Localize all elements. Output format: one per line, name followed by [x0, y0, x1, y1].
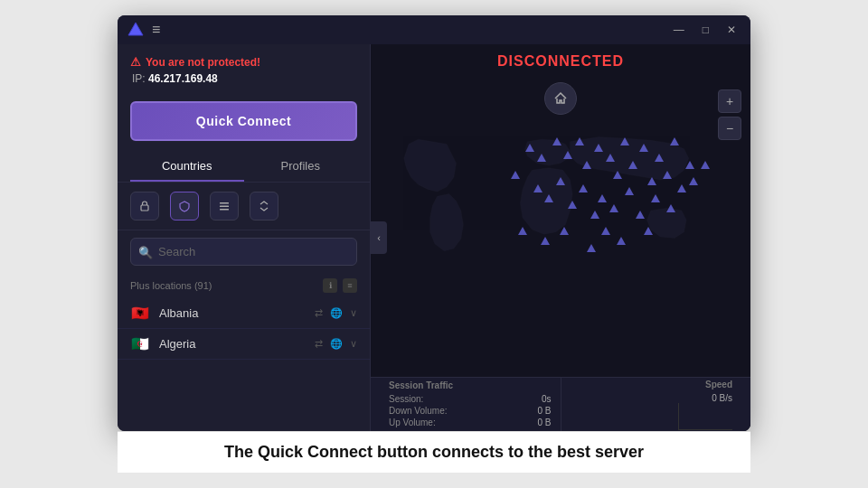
server-dot-17[interactable]	[677, 184, 686, 192]
app-logo-icon	[127, 21, 145, 39]
server-dot-2[interactable]	[537, 154, 546, 162]
home-location-button[interactable]	[544, 82, 577, 115]
main-content: ⚠ You are not protected! IP: 46.217.169.…	[118, 44, 750, 431]
map-header: DISCONNECTED	[371, 44, 750, 79]
server-dot-20[interactable]	[544, 194, 553, 202]
server-dot-11[interactable]	[628, 161, 637, 169]
server-dot-5[interactable]	[575, 137, 584, 145]
ip-label: IP:	[132, 72, 148, 85]
server-dot-21[interactable]	[556, 177, 565, 185]
zoom-in-button[interactable]: +	[718, 89, 741, 113]
country-list: 🇦🇱 Albania ⇄ 🌐 ∨ 🇩🇿 Algeria ⇄	[118, 298, 370, 431]
server-dot-32[interactable]	[701, 161, 710, 169]
server-dot-7[interactable]	[594, 144, 603, 152]
server-dot-6[interactable]	[582, 161, 591, 169]
server-dot-3[interactable]	[552, 137, 561, 145]
quick-connect-button[interactable]: Quick Connect	[130, 101, 357, 141]
locations-header: Plus locations (91) ℹ ≡	[118, 273, 370, 298]
server-dot-36[interactable]	[587, 244, 596, 252]
server-dot-8[interactable]	[606, 154, 615, 162]
server-dot-30[interactable]	[666, 204, 675, 212]
zoom-out-button[interactable]: −	[718, 117, 741, 140]
session-label: Session:	[389, 394, 423, 404]
algeria-connect-icon[interactable]: ⇄	[315, 338, 323, 350]
server-dot-35[interactable]	[560, 227, 569, 235]
map-controls: + −	[718, 89, 741, 140]
svg-rect-1	[141, 205, 148, 211]
session-value: 0s	[542, 394, 552, 404]
server-dot-34[interactable]	[541, 237, 550, 245]
left-panel: ⚠ You are not protected! IP: 46.217.169.…	[118, 44, 371, 431]
server-dot-29[interactable]	[651, 194, 660, 202]
info-icon[interactable]: ℹ	[323, 278, 337, 293]
albania-actions: ⇄ 🌐 ∨	[315, 307, 357, 319]
server-dot-4[interactable]	[563, 151, 572, 159]
server-dot-23[interactable]	[579, 184, 588, 192]
up-volume-value: 0 B	[537, 418, 551, 427]
ip-display: IP: 46.217.169.48	[132, 72, 357, 85]
server-dot-31[interactable]	[689, 177, 698, 185]
server-dot-0[interactable]	[511, 171, 520, 179]
tab-countries[interactable]: Countries	[130, 152, 244, 182]
server-dot-33[interactable]	[518, 227, 527, 235]
server-dot-26[interactable]	[609, 204, 618, 212]
albania-chevron-icon[interactable]: ∨	[350, 307, 357, 319]
server-dot-25[interactable]	[598, 194, 607, 202]
maximize-button[interactable]: □	[697, 22, 714, 38]
server-dot-28[interactable]	[636, 211, 645, 219]
tab-profiles[interactable]: Profiles	[244, 152, 358, 182]
server-dot-14[interactable]	[655, 154, 664, 162]
algeria-chevron-icon[interactable]: ∨	[350, 338, 357, 350]
down-volume-label: Down Volume:	[389, 406, 447, 416]
server-dot-15[interactable]	[663, 171, 672, 179]
server-dot-18[interactable]	[685, 161, 694, 169]
country-item-algeria[interactable]: 🇩🇿 Algeria ⇄ 🌐 ∨	[118, 329, 370, 360]
locations-count-label: Plus locations (91)	[130, 280, 323, 291]
server-dot-39[interactable]	[644, 227, 653, 235]
minimize-button[interactable]: —	[668, 22, 690, 38]
server-dot-22[interactable]	[568, 201, 577, 209]
svg-rect-4	[220, 209, 229, 211]
app-window: ≡ — □ ✕ ⚠ You are not protected! IP: 46.…	[118, 15, 750, 431]
filter-shield-icon[interactable]	[170, 192, 199, 221]
down-volume-value: 0 B	[537, 406, 551, 416]
filter-arrow-icon[interactable]	[250, 192, 278, 221]
server-dot-37[interactable]	[601, 227, 610, 235]
server-dot-1[interactable]	[525, 144, 534, 152]
locations-header-icons: ℹ ≡	[323, 278, 357, 293]
warning-text: ⚠ You are not protected!	[130, 55, 357, 69]
server-dot-27[interactable]	[625, 187, 634, 195]
svg-rect-2	[220, 202, 229, 204]
up-volume-row: Up Volume: 0 B	[389, 418, 552, 427]
country-item-albania[interactable]: 🇦🇱 Albania ⇄ 🌐 ∨	[118, 298, 370, 329]
hamburger-menu-icon[interactable]: ≡	[152, 22, 160, 38]
svg-rect-3	[220, 206, 229, 208]
sort-icon[interactable]: ≡	[343, 278, 357, 293]
collapse-panel-button[interactable]: ‹	[371, 221, 387, 254]
search-icon: 🔍	[138, 245, 153, 258]
albania-globe-icon[interactable]: 🌐	[330, 307, 343, 319]
algeria-flag-icon: 🇩🇿	[130, 337, 150, 351]
svg-marker-0	[128, 23, 143, 35]
search-input[interactable]	[130, 238, 357, 266]
search-box: 🔍	[130, 238, 357, 266]
server-dot-24[interactable]	[590, 211, 599, 219]
stats-bar: Session Traffic Session: 0s Down Volume:…	[371, 377, 750, 431]
algeria-globe-icon[interactable]: 🌐	[330, 338, 343, 350]
filter-list-icon[interactable]	[210, 192, 239, 221]
close-button[interactable]: ✕	[722, 22, 741, 38]
server-dot-9[interactable]	[613, 171, 622, 179]
server-dot-38[interactable]	[617, 237, 626, 245]
server-dot-12[interactable]	[639, 144, 648, 152]
server-dot-16[interactable]	[670, 137, 679, 145]
server-dot-19[interactable]	[533, 184, 542, 192]
warning-icon: ⚠	[130, 55, 141, 69]
server-dot-10[interactable]	[620, 137, 629, 145]
albania-name: Albania	[159, 306, 315, 320]
server-dot-13[interactable]	[647, 177, 656, 185]
speed-chart	[678, 403, 732, 430]
title-bar: ≡ — □ ✕	[118, 15, 750, 44]
filter-lock-icon[interactable]	[130, 192, 159, 221]
albania-connect-icon[interactable]: ⇄	[315, 307, 323, 319]
right-panel: ‹ DISCONNECTED + −	[371, 44, 750, 431]
